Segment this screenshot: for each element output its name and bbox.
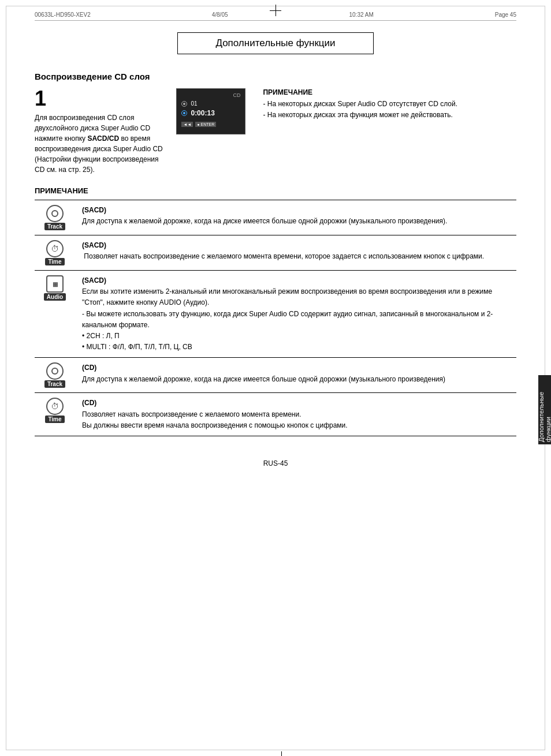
display-cd-label: CD [181, 92, 240, 98]
audio-label: Audio [44, 293, 66, 301]
time-icon-badge: ⏱ Time [37, 240, 73, 265]
time-circle-icon: ⏱ [46, 240, 64, 257]
display-time-icon [181, 110, 187, 116]
track-cd-circle-icon [46, 362, 64, 380]
notes-table: Track (SACD) Для доступа к желаемой доро… [35, 200, 516, 436]
time-sacd-category: (SACD) [82, 241, 106, 249]
audio-sacd-category: (SACD) [82, 276, 106, 285]
table-row: ⏱ Time (SACD) Позволяет начать воспроизв… [35, 235, 516, 271]
display-track-icon [181, 101, 187, 107]
table-row: ▦ Audio (SACD) Если вы хотите изменить 2… [35, 271, 516, 358]
time-label: Time [45, 258, 64, 265]
display-row-track: 01 [181, 100, 197, 107]
track-sacd-icon-cell: Track [35, 205, 75, 230]
header-file: 00633L-HD950-XEV2 [35, 12, 91, 18]
track-label: Track [44, 223, 65, 230]
time-cd-icon-cell: ⏱ Time [35, 398, 75, 423]
header-page: Page 45 [495, 12, 516, 18]
track-cd-content: (CD) Для доступа к желаемой дорожке, ког… [82, 362, 516, 384]
track-sacd-content: (SACD) Для доступа к желаемой дорожке, к… [82, 205, 516, 227]
table-row: ⏱ Time (CD) Позволяет начать воспроизвед… [35, 393, 516, 436]
display-row-time: 0:00:13 [181, 109, 214, 117]
primechanie-label: ПРИМЕЧАНИЕ [35, 186, 516, 195]
display-enter-btn: ● ENTER [195, 122, 216, 127]
time-cd-circle-icon: ⏱ [46, 398, 64, 415]
time-cd-category: (CD) [82, 399, 96, 407]
display-buttons: ◄◄ ● ENTER [181, 122, 216, 127]
footer-page-num: RUS-45 [35, 459, 516, 467]
step-text-block: 1 Для воспроизведения CD слоя двухслойно… [35, 88, 165, 175]
audio-sacd-icon-cell: ▦ Audio [35, 275, 75, 301]
note-title: ПРИМЕЧАНИЕ [263, 88, 516, 96]
track-cd-icon-cell: Track [35, 362, 75, 388]
time-cd-icon-badge: ⏱ Time [37, 398, 73, 423]
time-sacd-content: (SACD) Позволяет начать воспроизведение … [82, 240, 516, 262]
audio-sacd-content: (SACD) Если вы хотите изменить 2-канальн… [82, 275, 516, 353]
audio-icon-badge: ▦ Audio [37, 275, 73, 301]
note-text: - На некоторых дисках Super Audio CD отс… [263, 99, 516, 121]
time-sacd-icon-cell: ⏱ Time [35, 240, 75, 265]
table-row: Track (CD) Для доступа к желаемой дорожк… [35, 358, 516, 393]
track-cd-label: Track [44, 380, 65, 388]
time-cd-content: (CD) Позволяет начать воспроизведение с … [82, 398, 516, 431]
header-time: 10:32 AM [349, 12, 373, 18]
step-description: Для воспроизведения CD слоя двухслойного… [35, 113, 165, 175]
page-title: Дополнительные функции [177, 32, 374, 54]
track-cd-icon-badge: Track [37, 362, 73, 388]
step-display-row: 1 Для воспроизведения CD слоя двухслойно… [35, 88, 245, 175]
track-icon-badge: Track [37, 205, 73, 230]
track-cd-category: (CD) [82, 364, 96, 372]
display-time: 0:00:13 [191, 109, 214, 117]
step-number: 1 [35, 88, 165, 109]
track-circle-icon [46, 205, 64, 222]
table-row: Track (SACD) Для доступа к желаемой доро… [35, 200, 516, 235]
note-block: ПРИМЕЧАНИЕ - На некоторых дисках Super A… [263, 88, 516, 175]
display-prev-btn: ◄◄ [181, 122, 193, 127]
step-and-note-block: 1 Для воспроизведения CD слоя двухслойно… [35, 88, 516, 175]
track-sacd-category: (SACD) [82, 206, 106, 214]
display-image: CD 01 0:00:13 ◄◄ [176, 88, 245, 134]
step-block: 1 Для воспроизведения CD слоя двухслойно… [35, 88, 245, 175]
section-heading: Воспроизведение CD слоя [35, 72, 516, 81]
audio-square-icon: ▦ [46, 275, 64, 293]
side-tab: Дополнительные функции [538, 375, 551, 444]
display-track-num: 01 [191, 100, 197, 107]
header-date: 4/8/05 [212, 12, 228, 18]
time-cd-label: Time [45, 416, 64, 423]
